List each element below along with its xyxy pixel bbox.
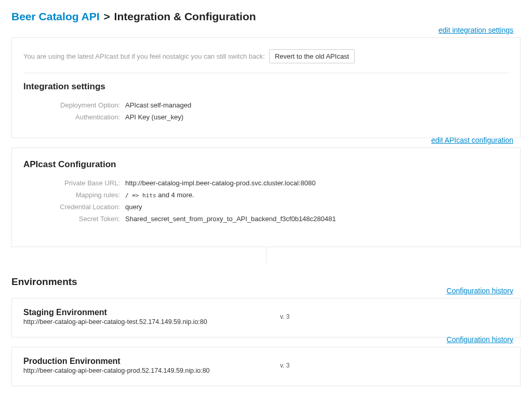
divider bbox=[266, 247, 521, 263]
staging-env-url: http://beer-catalog-api-beer-catalog-tes… bbox=[23, 318, 278, 325]
staging-environment-card: Staging Environment http://beer-catalog-… bbox=[11, 298, 521, 337]
deployment-option-label: Deployment Option: bbox=[23, 99, 125, 111]
breadcrumb-current: Integration & Configuration bbox=[114, 10, 256, 22]
staging-env-title: Staging Environment bbox=[23, 308, 278, 317]
deployment-option-value: APIcast self-managed bbox=[125, 99, 509, 111]
integration-settings-card: You are using the latest APIcast but if … bbox=[11, 37, 521, 138]
production-environment-card: Production Environment http://beer-catal… bbox=[11, 347, 521, 386]
apicast-notice-text: You are using the latest APIcast but if … bbox=[23, 52, 265, 60]
production-config-history-link[interactable]: Configuration history bbox=[447, 335, 513, 344]
integration-settings-title: Integration settings bbox=[23, 82, 509, 92]
breadcrumb-separator: > bbox=[102, 10, 111, 22]
private-base-url-value: http://beer-catalog-impl.beer-catalog-pr… bbox=[125, 177, 509, 189]
staging-config-history-link[interactable]: Configuration history bbox=[447, 287, 513, 295]
authentication-label: Authentication: bbox=[23, 111, 125, 123]
credential-location-label: Credential Location: bbox=[23, 201, 125, 213]
authentication-value: API Key (user_key) bbox=[125, 111, 509, 123]
breadcrumb: Beer Catalog API > Integration & Configu… bbox=[11, 10, 521, 23]
breadcrumb-api-link[interactable]: Beer Catalog API bbox=[11, 10, 100, 22]
secret-token-value: Shared_secret_sent_from_proxy_to_API_bac… bbox=[125, 213, 509, 225]
edit-integration-settings-link[interactable]: edit integration settings bbox=[438, 26, 513, 34]
production-env-url: http://beer-catalog-api-beer-catalog-pro… bbox=[23, 367, 278, 374]
apicast-config-card: APIcast Configuration Private Base URL: … bbox=[11, 147, 521, 247]
mapping-rules-value: / => hits and 4 more. bbox=[125, 189, 509, 201]
secret-token-label: Secret Token: bbox=[23, 213, 125, 225]
mapping-rules-suffix: and 4 more. bbox=[156, 191, 194, 199]
staging-env-version: v. 3 bbox=[278, 313, 289, 320]
apicast-config-title: APIcast Configuration bbox=[23, 159, 509, 170]
production-env-version: v. 3 bbox=[278, 362, 289, 369]
mapping-rules-label: Mapping rules: bbox=[23, 189, 125, 201]
private-base-url-label: Private Base URL: bbox=[23, 177, 125, 189]
mapping-rules-code: / => hits bbox=[125, 192, 156, 199]
production-env-title: Production Environment bbox=[23, 357, 278, 366]
environments-heading: Environments bbox=[11, 276, 521, 288]
revert-apicast-button[interactable]: Revert to the old APIcast bbox=[269, 49, 355, 63]
credential-location-value: query bbox=[125, 201, 509, 213]
edit-apicast-configuration-link[interactable]: edit APIcast configuration bbox=[431, 136, 513, 144]
